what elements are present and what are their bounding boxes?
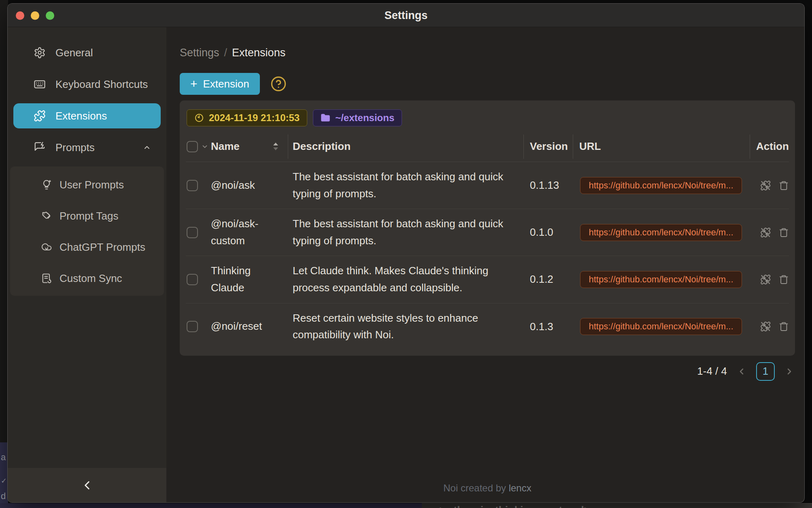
column-header-name[interactable]: Name [211, 140, 240, 153]
column-header-version: Version [523, 131, 573, 162]
main-content: Settings / Extensions + Extension [166, 27, 804, 503]
chat-bolt-icon [34, 141, 46, 154]
extension-url-chip[interactable]: https://github.com/lencx/Noi/tree/m... [580, 271, 742, 288]
pagination-range: 1-4 / 4 [697, 365, 727, 378]
help-icon[interactable] [270, 76, 287, 92]
sidebar-item-prompts[interactable]: Prompts [13, 135, 161, 160]
sidebar-footer [8, 468, 166, 503]
extension-url-chip[interactable]: https://github.com/lencx/Noi/tree/m... [580, 224, 742, 241]
column-header-description: Description [288, 131, 523, 162]
sidebar-item-custom-sync[interactable]: Custom Sync [10, 266, 164, 291]
delete-extension-icon[interactable] [778, 226, 789, 239]
sidebar-item-chatgpt-prompts[interactable]: ChatGPT Prompts [10, 235, 164, 260]
select-all-checkbox[interactable] [187, 141, 198, 152]
disable-extension-icon[interactable] [760, 273, 771, 286]
sidebar-item-keyboard-shortcuts[interactable]: Keyboard Shortcuts [13, 72, 161, 97]
sidebar-item-label: Prompts [55, 141, 95, 154]
background-window-left-navy: a ✓ d [0, 442, 8, 508]
tags-icon [41, 210, 52, 222]
breadcrumb-separator: / [224, 47, 227, 59]
footer-author-link[interactable]: lencx [509, 482, 531, 493]
sidebar-item-label: User Prompts [60, 179, 124, 191]
extension-version: 0.1.0 [523, 226, 573, 239]
extension-description: The best assistant for batch asking and … [288, 169, 523, 202]
folder-icon [321, 113, 330, 123]
next-page-icon[interactable] [784, 367, 794, 376]
disable-extension-icon[interactable] [760, 226, 771, 239]
table-header: Name Description Version URL Action [186, 131, 789, 162]
app-footer: Noi created by lencx [180, 482, 795, 503]
titlebar[interactable]: Settings [8, 4, 804, 27]
keyboard-icon [34, 78, 46, 90]
sort-icon[interactable] [272, 141, 279, 152]
extension-name: @noi/ask-custom [211, 216, 288, 249]
table-row: Thinking Claude Let Claude think. Makes … [186, 256, 789, 303]
sidebar-item-general[interactable]: General [13, 40, 161, 65]
sidebar-item-extensions[interactable]: Extensions [13, 103, 161, 128]
puzzle-icon [34, 110, 46, 122]
sidebar-item-label: General [55, 47, 93, 59]
plus-icon: + [190, 78, 198, 90]
background-glyph: d [1, 492, 6, 501]
background-bottom-navy [0, 503, 422, 508]
disable-extension-icon[interactable] [760, 320, 771, 333]
extension-description: Let Claude think. Makes Claude's thinkin… [288, 263, 523, 296]
column-header-action: Action [750, 131, 789, 162]
extension-description: The best assistant for batch asking and … [288, 216, 523, 249]
table-row: @noi/ask The best assistant for batch as… [186, 162, 789, 209]
badges-row: 2024-11-19 21:10:53 ~/extensions [186, 109, 789, 126]
settings-window: Settings General Keyboard [7, 3, 805, 503]
sidebar-item-label: Prompt Tags [60, 210, 118, 222]
gear-icon [34, 47, 46, 59]
sidebar-item-user-prompts[interactable]: User Prompts [10, 172, 164, 197]
table-row: @noi/reset Reset certain website styles … [186, 303, 789, 350]
footer-text: Noi created by [443, 482, 508, 493]
chevron-up-icon[interactable] [143, 143, 151, 152]
sidebar-item-prompt-tags[interactable]: Prompt Tags [10, 203, 164, 228]
background-glyph: ✓ [1, 477, 7, 485]
table-row: @noi/ask-custom The best assistant for b… [186, 209, 789, 256]
extension-url-chip[interactable]: https://github.com/lencx/Noi/tree/m... [580, 318, 742, 335]
background-bottom-strip: <anthropic_thinking_protocol> [0, 503, 812, 508]
breadcrumb: Settings / Extensions [180, 47, 795, 59]
disable-extension-icon[interactable] [760, 179, 771, 192]
page-1-button[interactable]: 1 [756, 362, 775, 381]
collapse-sidebar-icon[interactable] [80, 478, 94, 492]
row-checkbox[interactable] [187, 321, 198, 332]
delete-extension-icon[interactable] [778, 273, 789, 286]
row-checkbox[interactable] [187, 227, 198, 238]
extension-description: Reset certain website styles to enhance … [288, 310, 523, 344]
breadcrumb-settings[interactable]: Settings [180, 47, 219, 59]
extension-name: @noi/reset [211, 318, 288, 335]
file-sync-icon [41, 273, 52, 284]
delete-extension-icon[interactable] [778, 320, 789, 333]
extension-version: 0.1.3 [523, 320, 573, 333]
extension-version: 0.1.13 [523, 179, 573, 192]
extension-name: Thinking Claude [211, 263, 288, 296]
column-header-url: URL [573, 131, 750, 162]
actions-row: + Extension [180, 73, 795, 95]
add-extension-label: Extension [203, 78, 249, 90]
lightbulb-sparkle-icon [41, 179, 52, 190]
extension-version: 0.1.2 [523, 273, 573, 286]
sidebar-item-label: Extensions [55, 110, 107, 122]
sidebar: General Keyboard Shortcuts Extensions [8, 27, 166, 503]
row-checkbox[interactable] [187, 180, 198, 191]
extensions-folder-path: ~/extensions [335, 112, 394, 124]
screen: a ✓ d <anthropic_thinking_protocol> Sett… [0, 0, 812, 508]
window-title: Settings [8, 4, 804, 27]
chevron-down-icon[interactable] [201, 143, 208, 150]
background-glyph: a [1, 453, 6, 462]
clock-icon [194, 113, 204, 123]
background-clipped-text: <anthropic_thinking_protocol> [435, 504, 590, 508]
extensions-folder-badge[interactable]: ~/extensions [313, 109, 402, 126]
extensions-panel: 2024-11-19 21:10:53 ~/extensions [180, 100, 795, 356]
pagination: 1-4 / 4 1 [180, 362, 795, 381]
prompts-submenu: User Prompts Prompt Tags C [10, 166, 164, 296]
delete-extension-icon[interactable] [778, 179, 789, 192]
previous-page-icon[interactable] [737, 367, 746, 376]
extension-url-chip[interactable]: https://github.com/lencx/Noi/tree/m... [580, 177, 742, 194]
add-extension-button[interactable]: + Extension [180, 73, 260, 95]
row-checkbox[interactable] [187, 274, 198, 285]
timestamp-badge: 2024-11-19 21:10:53 [187, 109, 307, 126]
